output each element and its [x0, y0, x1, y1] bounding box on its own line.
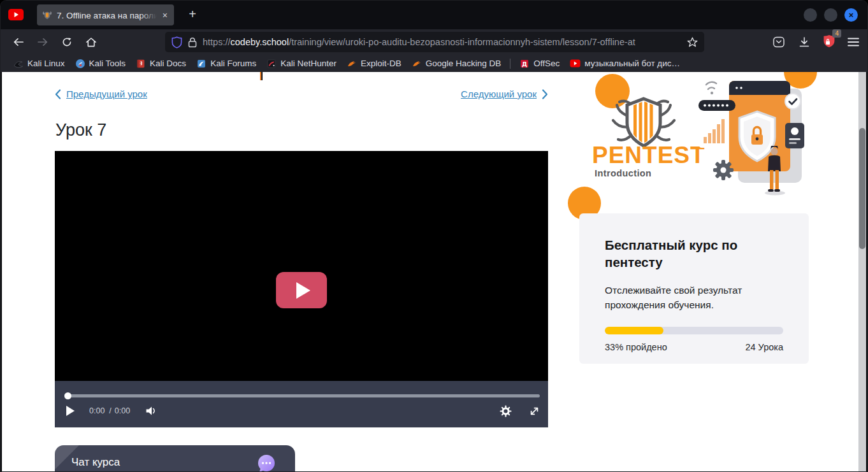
- codeby-favicon-icon: [42, 10, 52, 20]
- adblock-extension[interactable]: 4: [823, 34, 835, 50]
- time-separator: /: [109, 406, 111, 415]
- course-chat-card[interactable]: Чат курса: [55, 445, 295, 471]
- url-domain: codeby.school: [231, 37, 289, 47]
- bookmark-kali-nethunter[interactable]: Kali NetHunter: [261, 57, 342, 70]
- gear-icon: [500, 405, 512, 417]
- settings-button[interactable]: [500, 405, 512, 417]
- page-content: Предыдущий урок Следующий урок Урок 7: [2, 72, 858, 471]
- url-scheme: https://: [203, 37, 231, 47]
- exploit-db-icon: [347, 59, 357, 69]
- window-controls: ×: [804, 8, 858, 22]
- bookmark-kali-docs[interactable]: Kali Docs: [131, 57, 191, 70]
- lesson-title: Урок 7: [55, 120, 106, 140]
- video-player: 0:00 / 0:00: [55, 151, 548, 427]
- kali-docs-icon: [136, 59, 146, 69]
- home-button[interactable]: [82, 33, 100, 51]
- previous-lesson-link[interactable]: Предыдущий урок: [55, 89, 147, 99]
- bookmark-kali-forums[interactable]: Kali Forums: [191, 57, 261, 70]
- page-scrollbar[interactable]: [858, 72, 866, 472]
- extension-badge: 4: [832, 29, 841, 38]
- titlebar: 7. Offline атака на пароли × + ×: [1, 1, 867, 29]
- next-lesson-link[interactable]: Следующий урок: [461, 89, 548, 99]
- current-time: 0:00: [89, 406, 105, 415]
- progress-bar-track: [605, 327, 783, 334]
- bookmark-kali-tools[interactable]: Kali Tools: [70, 57, 131, 70]
- lock-icon: [188, 37, 197, 48]
- chat-bubble-icon[interactable]: [257, 454, 276, 471]
- hamburger-menu-icon[interactable]: [847, 37, 860, 47]
- bookmark-offsec[interactable]: Д OffSec: [514, 57, 565, 70]
- kali-tools-icon: [75, 59, 85, 69]
- scrollbar-thumb[interactable]: [859, 128, 865, 249]
- url-path: /training/view/uroki-po-auditu-bezopasno…: [289, 37, 635, 47]
- pinned-tab-youtube[interactable]: [8, 9, 24, 20]
- youtube-icon: [570, 59, 581, 68]
- svg-text:Д: Д: [522, 60, 527, 67]
- kali-nethunter-icon: [266, 59, 277, 69]
- progress-percent-label: 33% пройдено: [605, 342, 667, 352]
- bookmark-exploit-db[interactable]: Exploit-DB: [342, 57, 407, 70]
- active-tab[interactable]: 7. Offline атака на пароли ×: [37, 4, 174, 25]
- urlbar[interactable]: https://codeby.school/training/view/urok…: [165, 32, 704, 52]
- video-screen[interactable]: [55, 151, 548, 381]
- back-button[interactable]: [10, 33, 27, 51]
- volume-button[interactable]: [145, 406, 157, 416]
- time-display: 0:00 / 0:00: [89, 406, 130, 415]
- bookmarks-separator: [510, 59, 510, 69]
- bookmark-star-icon[interactable]: [687, 37, 698, 47]
- google-hacking-db-icon: [412, 59, 422, 69]
- forward-button[interactable]: [34, 33, 52, 51]
- browser-window: 7. Offline атака на пароли × + ×: [0, 0, 868, 472]
- lessons-count-label: 24 Урока: [745, 342, 783, 352]
- reload-button[interactable]: [58, 33, 76, 51]
- url-text: https://codeby.school/training/view/urok…: [203, 36, 681, 48]
- fullscreen-button[interactable]: [529, 406, 540, 417]
- youtube-icon: [8, 9, 24, 20]
- tab-title: 7. Offline атака на пароли: [57, 10, 157, 21]
- lesson-navigation: Предыдущий урок Следующий урок: [55, 89, 548, 103]
- kali-forums-icon: [196, 59, 206, 69]
- controls-row: 0:00 / 0:00: [66, 400, 540, 422]
- pocket-icon[interactable]: [772, 35, 786, 49]
- nav-buttons: [10, 29, 100, 55]
- download-icon[interactable]: [797, 36, 811, 49]
- tab-close-button[interactable]: ×: [161, 11, 169, 20]
- navbar: https://codeby.school/training/view/urok…: [1, 29, 867, 55]
- chevron-left-icon: [55, 89, 61, 99]
- tab-title-fade: [140, 10, 157, 21]
- play-icon: [296, 282, 310, 299]
- course-card-description: Отслеживайте свой результат прохождения …: [605, 283, 783, 312]
- video-controls: 0:00 / 0:00: [55, 381, 548, 427]
- close-button[interactable]: ×: [844, 8, 858, 22]
- brand-title: PENTEST: [592, 142, 705, 169]
- toolbar-icons: 4: [772, 29, 860, 55]
- gear-decoration: [713, 160, 734, 180]
- chat-title: Чат курса: [71, 456, 120, 469]
- seek-bar[interactable]: [66, 394, 540, 397]
- kali-linux-icon: [13, 59, 24, 69]
- seek-handle[interactable]: [64, 392, 71, 399]
- progress-bar-fill: [605, 327, 663, 334]
- brand-subtitle: Introduction: [595, 168, 651, 178]
- bookmarks-bar: Kali Linux Kali Tools Kali Docs Kali F: [1, 55, 867, 72]
- course-progress-card: Бесплатный курс по пентесту Отслеживайте…: [579, 213, 809, 364]
- big-play-button[interactable]: [276, 272, 327, 308]
- course-card-title: Бесплатный курс по пентесту: [605, 237, 783, 271]
- course-illustration: [698, 75, 807, 202]
- play-button[interactable]: [66, 405, 75, 417]
- clipped-page-element: [260, 72, 263, 80]
- new-tab-button[interactable]: +: [184, 6, 201, 23]
- tracking-protection-shield-icon[interactable]: [171, 36, 182, 48]
- progress-stats: 33% пройдено 24 Урока: [605, 342, 783, 352]
- offsec-icon: Д: [519, 59, 530, 69]
- bookmark-kali-linux[interactable]: Kali Linux: [8, 57, 70, 70]
- duration: 0:00: [115, 406, 130, 415]
- minimize-button[interactable]: [804, 8, 817, 22]
- chevron-right-icon: [542, 89, 548, 99]
- maximize-button[interactable]: [824, 8, 837, 22]
- bookmark-google-hacking-db[interactable]: Google Hacking DB: [407, 57, 507, 70]
- url-fade: [660, 36, 681, 48]
- bookmark-music-bot[interactable]: музыкальный бот дис…: [565, 57, 685, 69]
- fullscreen-icon: [529, 406, 540, 417]
